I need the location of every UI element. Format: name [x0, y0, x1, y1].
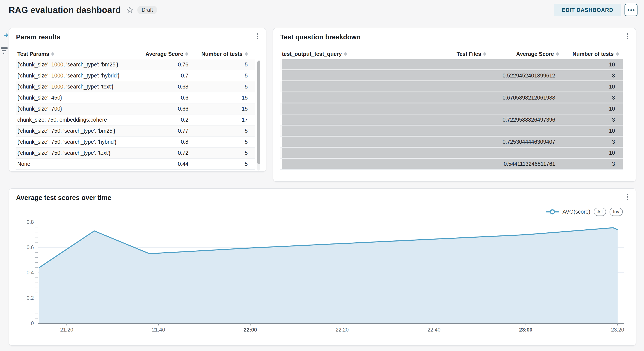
table-cell: chunk_size: 750, embeddings:cohere	[16, 114, 146, 125]
table-cell: {'chunk_size': 750, 'search_type': 'bm25…	[16, 125, 146, 136]
column-header-0[interactable]: Test Params	[16, 49, 146, 59]
area-fill	[39, 228, 618, 323]
table-cell-with-bar: 10	[563, 125, 623, 136]
table-cell: 0.72	[146, 148, 192, 158]
x-axis-label: 22:00	[244, 327, 257, 333]
table-cell: 15	[192, 103, 252, 114]
table-cell-with-bar: 3	[563, 114, 623, 125]
table-cell: 0.44	[146, 159, 192, 169]
table-cell: 0.7	[146, 70, 192, 81]
table-row: Who is the main character in 'The Call o…	[280, 103, 623, 114]
table-cell: {'chunk_size': 750, 'search_type': 'text…	[16, 148, 146, 158]
side-icons	[1, 32, 10, 54]
area-chart: 00.20.40.60.821:2021:4022:0022:2022:4023…	[9, 189, 637, 346]
param-results-table: Test ParamsAverage ScoreNumber of tests …	[16, 49, 255, 170]
question-breakdown-card: Test question breakdown test_output_test…	[273, 28, 636, 182]
scrollbar-thumb[interactable]	[257, 61, 260, 164]
table-row: {'chunk_size': 750, 'search_type': 'bm25…	[16, 125, 255, 137]
table-cell: 5	[192, 137, 252, 147]
table-cell: None	[16, 159, 146, 169]
x-axis-label: 23:00	[519, 327, 532, 333]
table-cell: 0.77	[146, 125, 192, 136]
table-row: Where does Buck live at the start of the…	[280, 81, 623, 92]
table-row: Why is Buck kidnapped?30.544111324681176…	[280, 159, 623, 170]
table-cell: {'chunk_size': 1000, 'search_type': 'bm2…	[16, 59, 146, 70]
y-axis-label: 0.4	[27, 270, 34, 276]
dot	[633, 9, 634, 11]
table-cell-with-bar: 3	[563, 137, 623, 147]
table-cell: 5	[192, 70, 252, 81]
table-cell: {'chunk_size': 1000, 'search_type': 'hyb…	[16, 70, 146, 81]
table-row: How does Buck become the leader of the s…	[280, 59, 623, 70]
y-axis-label: 0	[31, 320, 34, 326]
table-cell: 5	[192, 59, 252, 70]
card-menu-kebab-icon[interactable]	[253, 31, 262, 41]
table-cell: 5	[192, 81, 252, 92]
sort-icon[interactable]	[344, 52, 347, 56]
table-cell-with-bar: 10	[563, 103, 623, 114]
column-header-1[interactable]: Test Files	[452, 49, 490, 59]
table-cell: 0.66	[146, 103, 192, 114]
x-axis-label: 22:40	[428, 327, 440, 333]
sort-icon[interactable]	[245, 52, 248, 56]
sort-icon[interactable]	[51, 52, 54, 56]
x-axis-label: 21:20	[60, 327, 73, 333]
sort-icon[interactable]	[556, 52, 559, 56]
x-axis-label: 21:40	[152, 327, 165, 333]
table-row: {'chunk_size': 700}0.6615	[16, 103, 255, 114]
column-header-3[interactable]: Number of tests	[563, 49, 623, 59]
table-row: How does Buck become the leader of the s…	[280, 70, 623, 81]
column-header-0[interactable]: test_output_test_query	[280, 49, 452, 59]
table-cell: 0.76	[146, 59, 192, 70]
column-header-2[interactable]: Average Score	[490, 49, 563, 59]
table-row: {'chunk_size': 1000, 'search_type': 'bm2…	[16, 59, 255, 70]
question-breakdown-table: test_output_test_queryTest FilesAverage …	[280, 49, 623, 170]
table-cell: 0.2	[146, 114, 192, 125]
table-cell-with-bar: 10	[563, 148, 623, 158]
y-axis-label: 0.2	[27, 295, 34, 301]
param-results-card: Param results Test ParamsAverage ScoreNu…	[9, 28, 266, 172]
column-header-1[interactable]: Average Score	[146, 49, 192, 59]
column-header-2[interactable]: Number of tests	[192, 49, 252, 59]
table-cell-with-bar: 10	[563, 59, 623, 70]
table-cell: 17	[192, 114, 252, 125]
sort-icon[interactable]	[185, 52, 188, 56]
x-axis-label: 22:20	[336, 327, 349, 333]
table-cell: {'chunk_size': 700}	[16, 103, 146, 114]
status-badge: Draft	[137, 6, 157, 14]
table-row: None0.445	[16, 159, 255, 170]
top-bar: RAG evaluation dashboard Draft EDIT DASH…	[0, 0, 644, 20]
page-title: RAG evaluation dashboard	[9, 5, 121, 15]
table-row: Why is Buck kidnapped?20.625833648086215…	[280, 148, 623, 159]
table-cell: 5	[192, 159, 252, 169]
table-row: {'chunk_size': 1000, 'search_type': 'hyb…	[16, 70, 255, 81]
table-row: chunk_size: 750, embeddings:cohere0.217	[16, 114, 255, 125]
favorite-star-icon[interactable]	[126, 6, 134, 14]
table-cell: 0.8	[146, 137, 192, 147]
card-menu-kebab-icon[interactable]	[623, 31, 632, 41]
table-scrollbar	[257, 60, 260, 171]
scores-over-time-card: Average test scores over time AVG(score)…	[9, 188, 636, 346]
table-cell: {'chunk_size': 450}	[16, 92, 146, 103]
more-options-button[interactable]	[624, 4, 638, 16]
sort-icon[interactable]	[616, 52, 619, 56]
filter-icon[interactable]	[1, 47, 10, 54]
table-header-row: test_output_test_queryTest FilesAverage …	[280, 49, 623, 59]
table-cell: 5	[192, 148, 252, 158]
y-axis-label: 0.6	[27, 244, 34, 250]
table-row: Who is the main character in 'The Call o…	[280, 114, 623, 125]
table-cell-with-bar: 3	[563, 92, 623, 103]
table-row: Who wrote 'The Call of the Wild'?30.7253…	[280, 137, 623, 148]
table-cell-with-bar: 10	[563, 81, 623, 92]
table-cell: {'chunk_size': 1000, 'search_type': 'tex…	[16, 81, 146, 92]
dot	[630, 9, 632, 11]
table-cell-with-bar: 3	[563, 70, 623, 81]
table-row: Who wrote 'The Call of the Wild'?20.7174…	[280, 125, 623, 137]
table-header-row: Test ParamsAverage ScoreNumber of tests	[16, 49, 255, 59]
y-axis-label: 0.8	[27, 219, 34, 225]
dot	[628, 9, 629, 11]
sort-icon[interactable]	[483, 52, 486, 56]
table-row: Where does Buck live at the start of the…	[280, 92, 623, 103]
edit-dashboard-button[interactable]: EDIT DASHBOARD	[554, 4, 621, 16]
table-row: {'chunk_size': 750, 'search_type': 'hybr…	[16, 137, 255, 148]
